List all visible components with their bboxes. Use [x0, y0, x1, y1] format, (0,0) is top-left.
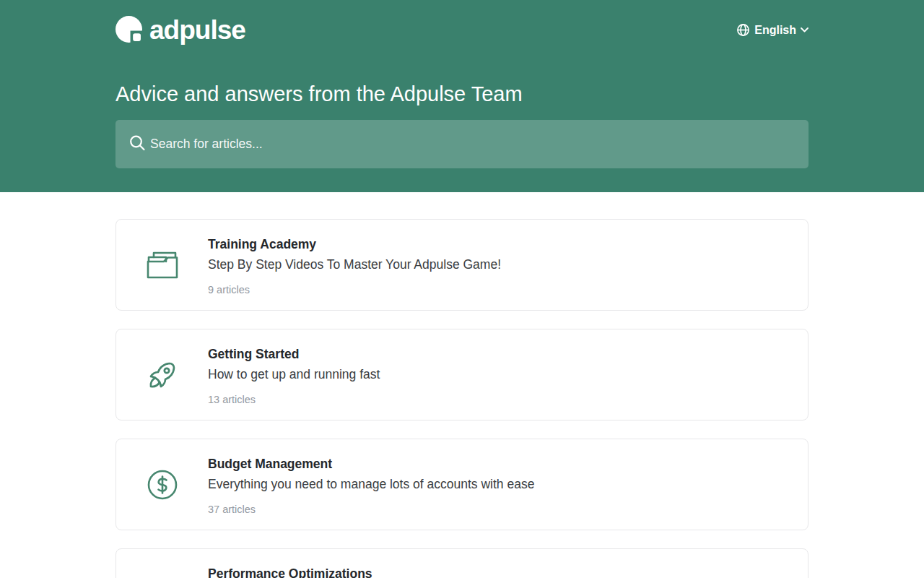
collection-card-getting-started[interactable]: Getting Started How to get up and runnin…: [116, 329, 808, 420]
language-label: English: [754, 24, 796, 37]
collection-description: Everything you need to manage lots of ac…: [208, 475, 790, 493]
collection-title: Training Academy: [208, 236, 790, 253]
collection-card-budget-management[interactable]: Budget Management Everything you need to…: [116, 439, 808, 530]
adpulse-logo-icon: [116, 16, 142, 46]
adpulse-logo-text: adpulse: [149, 17, 245, 43]
collection-card-training-academy[interactable]: Training Academy Step By Step Videos To …: [116, 219, 808, 311]
collection-description: Step By Step Videos To Master Your Adpul…: [208, 256, 790, 273]
collections-list: Training Academy Step By Step Videos To …: [0, 192, 924, 578]
hero-header: adpulse English Advice and answers from …: [0, 0, 924, 192]
rocket-icon: [145, 358, 180, 392]
collection-title: Performance Optimizations: [208, 565, 790, 578]
collection-title: Getting Started: [208, 345, 790, 363]
page-title: Advice and answers from the Adpulse Team: [116, 81, 808, 107]
collection-card-performance-optimizations[interactable]: Performance Optimizations: [116, 548, 808, 578]
folder-archive-icon: [145, 248, 180, 282]
collection-title: Budget Management: [208, 455, 790, 473]
search-input[interactable]: [116, 120, 808, 168]
language-selector[interactable]: English: [736, 23, 808, 37]
globe-icon: [736, 23, 750, 37]
collection-article-count: 37 articles: [208, 503, 790, 517]
chevron-down-icon: [801, 27, 808, 33]
collection-article-count: 9 articles: [208, 283, 790, 297]
dollar-circle-icon: [145, 467, 180, 502]
collection-article-count: 13 articles: [208, 393, 790, 407]
adpulse-logo[interactable]: adpulse: [116, 16, 245, 46]
collection-description: How to get up and running fast: [208, 366, 790, 383]
